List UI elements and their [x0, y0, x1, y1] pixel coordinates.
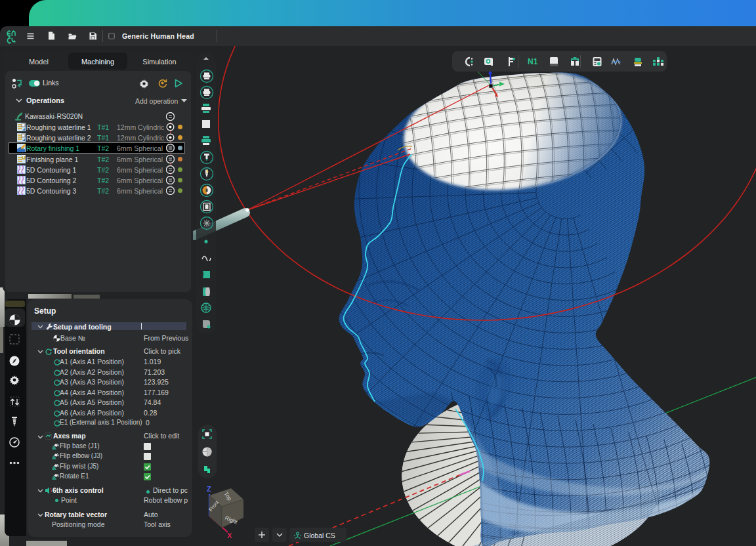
- svg-text:X: X: [227, 532, 232, 538]
- svg-text:Z: Z: [207, 485, 211, 493]
- svg-text:N1: N1: [528, 57, 538, 66]
